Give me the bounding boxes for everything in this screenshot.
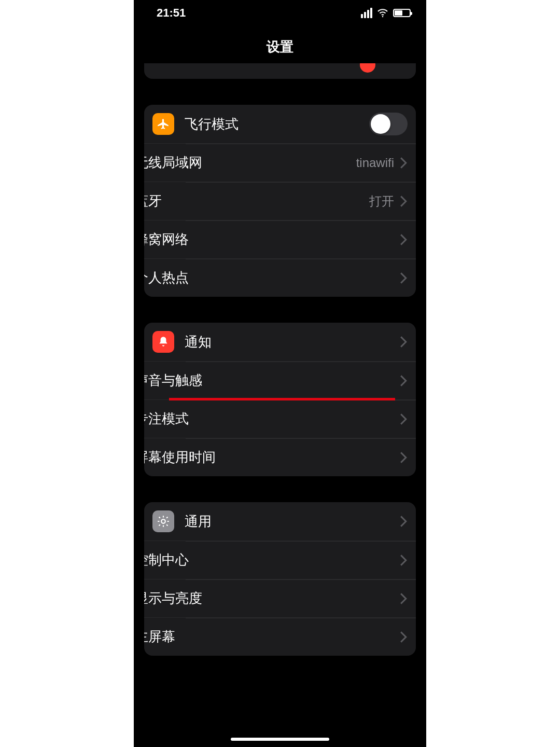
phone-frame: 21:51 设置 — [134, 0, 426, 747]
row-label: 专注模式 — [144, 410, 399, 428]
row-general[interactable]: 通用 — [144, 502, 416, 541]
bluetooth-value: 打开 — [369, 193, 394, 210]
chevron-right-icon — [399, 631, 408, 643]
chevron-right-icon — [399, 515, 408, 528]
row-wifi[interactable]: 无线局域网 tinawifi — [144, 143, 416, 182]
row-cellular[interactable]: 蜂窝网络 — [144, 220, 416, 258]
row-airplane-mode[interactable]: 飞行模式 — [144, 105, 416, 143]
chevron-right-icon — [399, 375, 408, 387]
settings-scroll[interactable]: 飞行模式 无线局域网 tinawifi 蓝牙 打开 — [134, 67, 426, 747]
settings-group-sounds: 通知 声音与触感 专注模式 — [144, 323, 416, 476]
airplane-icon — [152, 113, 174, 135]
chevron-right-icon — [399, 233, 408, 246]
settings-group-network: 飞行模式 无线局域网 tinawifi 蓝牙 打开 — [144, 105, 416, 297]
chevron-right-icon — [399, 272, 408, 284]
row-label: 通用 — [185, 513, 399, 531]
chevron-right-icon — [399, 554, 408, 566]
annotation-underline — [169, 398, 395, 400]
chevron-right-icon — [399, 451, 408, 464]
status-bar: 21:51 — [134, 0, 426, 26]
row-label: 控制中心 — [144, 551, 399, 569]
wifi-value: tinawifi — [356, 156, 394, 170]
gear-icon — [152, 510, 174, 532]
row-label: 屏幕使用时间 — [144, 448, 399, 466]
row-label: 无线局域网 — [144, 154, 356, 172]
chevron-right-icon — [399, 336, 408, 348]
row-focus[interactable]: 专注模式 — [144, 399, 416, 438]
settings-group-general: 通用 控制中心 AA 显示与亮度 — [144, 502, 416, 656]
row-label: 蓝牙 — [144, 192, 369, 210]
row-screentime[interactable]: 屏幕使用时间 — [144, 438, 416, 476]
row-label: 飞行模式 — [185, 115, 369, 133]
row-label: 蜂窝网络 — [144, 230, 399, 248]
chevron-right-icon — [399, 157, 408, 169]
row-label: 通知 — [185, 333, 399, 351]
airplane-toggle[interactable] — [369, 113, 408, 135]
chevron-right-icon — [399, 195, 408, 208]
status-time: 21:51 — [157, 6, 186, 20]
nav-bar: 设置 — [134, 26, 426, 67]
page-title: 设置 — [267, 38, 293, 56]
row-label: 主屏幕 — [144, 628, 399, 646]
row-hotspot[interactable]: 个人热点 — [144, 258, 416, 297]
svg-point-5 — [161, 519, 165, 523]
row-label: 声音与触感 — [144, 371, 399, 390]
status-indicators — [361, 7, 411, 19]
row-label: 显示与亮度 — [144, 589, 399, 607]
row-home-screen[interactable]: 主屏幕 — [144, 617, 416, 656]
row-bluetooth[interactable]: 蓝牙 打开 — [144, 182, 416, 220]
row-sounds-haptics[interactable]: 声音与触感 — [144, 361, 416, 399]
row-display-brightness[interactable]: AA 显示与亮度 — [144, 579, 416, 617]
wifi-icon — [376, 7, 389, 19]
group-partial-top — [144, 63, 416, 79]
row-control-center[interactable]: 控制中心 — [144, 541, 416, 579]
row-label: 个人热点 — [144, 269, 399, 287]
row-notifications[interactable]: 通知 — [144, 323, 416, 361]
battery-icon — [393, 9, 411, 17]
cellular-signal-icon — [361, 8, 372, 18]
chevron-right-icon — [399, 413, 408, 425]
svg-point-0 — [382, 16, 383, 17]
bell-icon — [152, 331, 174, 353]
notification-badge — [360, 63, 375, 73]
home-indicator[interactable] — [231, 738, 329, 741]
chevron-right-icon — [399, 592, 408, 605]
